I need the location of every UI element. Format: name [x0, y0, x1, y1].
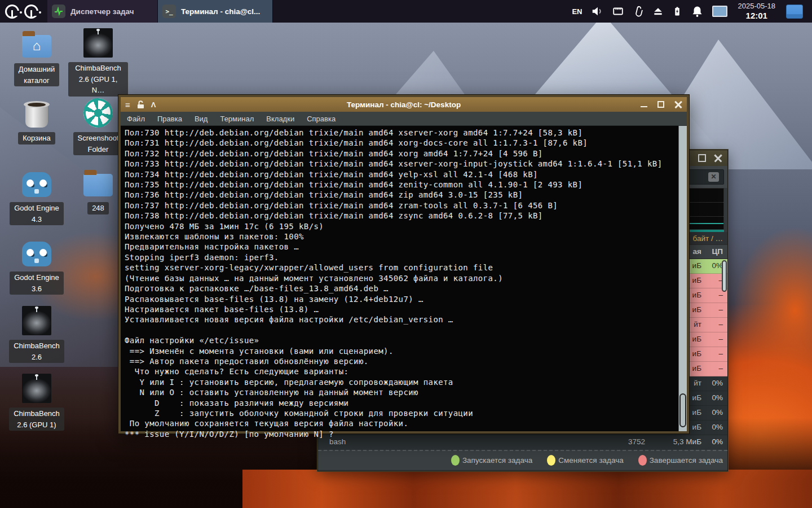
column-cpu[interactable]: ЦП	[712, 247, 723, 256]
terminal-titlebar[interactable]: ≡ Λ Терминал - chia@cl: ~/Desktop	[121, 97, 687, 112]
battery-icon[interactable]	[672, 5, 682, 17]
process-memory: иБ	[692, 335, 701, 343]
icon-glyph	[22, 172, 51, 197]
terminal-content[interactable]: Пол:730 http://deb.debian.org/debian tri…	[121, 126, 687, 431]
clear-filter-icon[interactable]: ✕	[708, 172, 719, 182]
process-memory: иБ	[692, 364, 701, 373]
legend-label: Сменяется задача	[558, 456, 624, 465]
icon-glyph	[22, 35, 51, 58]
desktop-icon[interactable]: Godot Engine 4.3	[7, 167, 67, 225]
desktop-icon[interactable]: Корзина	[7, 97, 67, 144]
desktop-icon-label: Godot Engine 4.3	[10, 202, 64, 225]
desktop-icon-label: ChimbaBench 2.6 (GPU 1, N…	[68, 62, 128, 97]
shade-icon[interactable]: Λ	[151, 100, 156, 109]
legend-dot	[547, 455, 555, 466]
desktop-icon-image	[83, 97, 113, 129]
clock[interactable]: 2025-05-18 12:01	[738, 2, 776, 20]
legend-item: Запускается задача	[451, 455, 532, 466]
process-memory: иБ	[692, 261, 701, 270]
process-memory: 5,3 МиБ	[673, 437, 701, 446]
launcher-icon[interactable]	[5, 5, 19, 19]
task-manager-scrollbar[interactable]	[722, 260, 727, 292]
legend-dot	[638, 455, 647, 466]
desktop-icon[interactable]: ChimbaBench 2.6 (GPU 1, N…	[68, 27, 128, 97]
window-menu-icon[interactable]: ≡	[125, 100, 130, 109]
desktop-icon-image	[22, 167, 51, 199]
window-title: Терминал - chia@cl: ~/Desktop	[238, 100, 570, 109]
menu-item[interactable]: Терминал	[214, 115, 260, 123]
legend-label: Завершается задача	[650, 456, 723, 465]
process-cpu: –	[718, 320, 723, 329]
display-icon[interactable]	[712, 6, 727, 17]
terminal-scrollbar-thumb[interactable]	[679, 393, 686, 427]
process-memory: иБ	[692, 408, 701, 417]
menu-item[interactable]: Вкладки	[260, 115, 301, 123]
terminal-icon: >_	[162, 5, 176, 18]
desktop-icon-image	[22, 237, 51, 268]
icon-glyph	[83, 174, 113, 196]
desktop-icon[interactable]: Godot Engine 3.6	[7, 237, 67, 295]
eject-icon[interactable]	[652, 6, 664, 17]
top-panel: Диспетчер задач >_ Терминал - chia@cl...…	[0, 0, 812, 23]
process-cpu: –	[718, 335, 723, 343]
menu-item[interactable]: Справка	[301, 115, 342, 123]
taskbar-button-label: Диспетчер задач	[70, 7, 134, 16]
launcher-icon[interactable]	[24, 5, 38, 19]
legend-item: Сменяется задача	[547, 455, 624, 466]
desktop-icon-label: ChimbaBench 2.6 (GPU 1)	[9, 408, 64, 431]
desktop-icon-image	[25, 97, 48, 129]
process-memory: иБ	[692, 276, 701, 284]
process-memory: иБ	[692, 291, 701, 299]
notifications-icon[interactable]	[691, 5, 704, 18]
menu-item[interactable]: Вид	[188, 115, 214, 123]
icon-glyph	[22, 242, 51, 266]
desktop-icon-image	[83, 27, 113, 59]
process-memory: йт	[694, 320, 701, 329]
menu-item[interactable]: Правка	[151, 115, 188, 123]
keyboard-layout-indicator[interactable]: EN	[572, 7, 582, 16]
process-cpu: –	[718, 349, 723, 358]
icon-glyph	[22, 306, 51, 335]
column-memory[interactable]: ая	[693, 247, 701, 256]
terminal-menubar: ФайлПравкаВидТерминалВкладкиСправка	[121, 112, 687, 126]
window-controls	[570, 100, 682, 108]
system-tray: EN 2025-05-18 12:01	[572, 2, 806, 20]
taskbar-button[interactable]: >_ Терминал - chia@cl...	[158, 0, 273, 23]
icon-glyph	[83, 28, 113, 58]
desktop-icon[interactable]: ChimbaBench 2.6 (GPU 1)	[7, 373, 67, 431]
menu-item[interactable]: Файл	[121, 115, 151, 123]
desktop-icon-label: Домашний каталог	[14, 63, 59, 86]
desktop-icon-image	[22, 305, 51, 336]
process-cpu: 0%	[712, 408, 723, 417]
unlock-icon[interactable]	[137, 100, 144, 109]
desktop-icon-label: 248	[87, 202, 109, 214]
icon-glyph	[22, 374, 51, 403]
taskbar-button[interactable]: Диспетчер задач	[47, 0, 158, 23]
desktop-icon-image	[22, 28, 51, 60]
close-icon[interactable]	[674, 100, 682, 108]
legend-dot	[451, 455, 460, 466]
process-memory: иБ	[692, 423, 701, 431]
process-cpu: 0%	[712, 393, 723, 402]
titlebar-left-icons: ≡ Λ	[125, 100, 238, 109]
volume-icon[interactable]	[591, 5, 603, 17]
process-cpu: 0%	[712, 423, 723, 431]
icon-glyph	[83, 98, 113, 128]
close-icon[interactable]	[714, 154, 722, 162]
clipboard-icon[interactable]	[633, 5, 644, 17]
legend-label: Запускается задача	[462, 456, 532, 465]
process-cpu: –	[718, 305, 723, 314]
legend-item: Завершается задача	[638, 455, 723, 466]
process-cpu: 0%	[712, 379, 723, 387]
network-icon[interactable]	[612, 5, 624, 17]
desktop-icon-label: Корзина	[18, 132, 55, 144]
maximize-icon[interactable]	[657, 101, 664, 108]
desktop-icon[interactable]: Домашний каталог	[7, 28, 67, 86]
maximize-icon[interactable]	[698, 154, 706, 162]
workspace-pager[interactable]	[786, 5, 803, 19]
status-legend: Запускается задача Сменяется задача Заве…	[318, 450, 727, 470]
terminal-scrollbar[interactable]	[678, 126, 687, 431]
minimize-icon[interactable]	[641, 106, 647, 108]
desktop-icon[interactable]: ChimbaBench 2.6	[7, 305, 67, 363]
taskbar-button-label: Терминал - chia@cl...	[181, 7, 260, 16]
